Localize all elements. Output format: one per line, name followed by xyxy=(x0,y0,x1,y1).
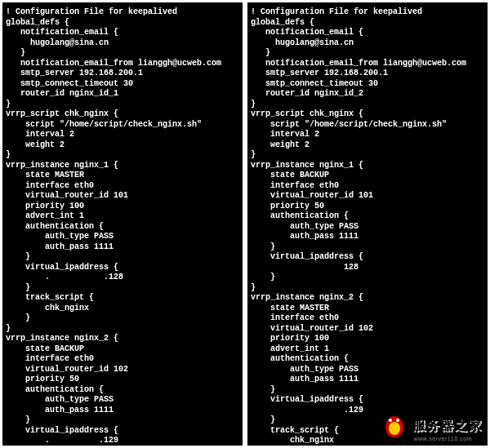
config-line: } xyxy=(6,100,239,110)
config-line: } xyxy=(6,415,239,426)
config-line: priority 50 xyxy=(6,375,239,385)
config-line: auth_pass 1111 xyxy=(6,242,239,253)
config-line: advert_int 1 xyxy=(251,344,484,355)
config-line: virtual_ipaddress { xyxy=(251,395,484,406)
config-line: virtual_router_id 102 xyxy=(251,324,484,335)
config-line: global_defs { xyxy=(6,18,239,29)
config-line: virtual_router_id 101 xyxy=(251,191,484,202)
config-line: router_id nginx_id_1 xyxy=(6,89,239,100)
config-line: } xyxy=(251,273,484,283)
config-line: notification_email_from lianggh@ucweb.co… xyxy=(6,59,239,69)
config-line: advert_int 1 xyxy=(6,211,239,222)
config-line: } xyxy=(6,48,239,59)
config-line: smtp_server 192.168.200.1 xyxy=(6,69,239,79)
config-line: auth_pass 1111 xyxy=(6,406,239,416)
config-line: notification_email { xyxy=(6,28,239,38)
config-line: ! Configuration File for keepalived xyxy=(251,7,484,18)
config-line: priority 100 xyxy=(251,334,484,344)
config-line: weight 2 xyxy=(251,140,484,151)
config-line: authentication { xyxy=(251,211,484,222)
watermark-url: www.server110.com xyxy=(413,436,472,441)
config-line: } xyxy=(6,283,239,294)
config-line: track_script { xyxy=(6,293,239,304)
config-line: virtual_ipaddress { xyxy=(6,426,239,437)
terminal-left: ! Configuration File for keepalivedgloba… xyxy=(2,2,243,446)
config-line: hugolang@sina.cn xyxy=(6,38,239,49)
config-line: priority 50 xyxy=(251,202,484,212)
config-line: state MASTER xyxy=(251,304,484,314)
config-line: state MASTER xyxy=(6,171,239,181)
penguin-logo-icon xyxy=(380,410,409,440)
config-line: interface eth0 xyxy=(6,181,239,192)
config-line: 128 xyxy=(251,263,484,273)
config-line: router_id nginx_id_2 xyxy=(251,89,484,100)
config-line: authentication { xyxy=(251,354,484,365)
config-line: vrrp_script chk_nginx { xyxy=(6,109,239,120)
config-line: hugolang@sina.cn xyxy=(251,38,484,49)
config-line: } xyxy=(6,324,239,335)
watermark-text: 服务器之家 xyxy=(412,418,482,432)
watermark: 服务器之家 www.server110.com xyxy=(380,410,482,440)
config-line: vrrp_instance nginx_2 { xyxy=(6,334,239,344)
config-line: smtp_server 192.168.200.1 xyxy=(251,69,484,79)
config-line: virtual_router_id 102 xyxy=(6,365,239,375)
config-line: smtp_connect_timeout 30 xyxy=(6,79,239,90)
config-line: priority 100 xyxy=(6,202,239,212)
config-line: } xyxy=(251,150,484,161)
config-line: auth_type PASS xyxy=(6,232,239,242)
config-line: notification_email { xyxy=(251,28,484,38)
config-line: authentication { xyxy=(6,222,239,233)
config-line: } xyxy=(251,283,484,294)
config-line: interval 2 xyxy=(251,130,484,140)
config-line: state BACKUP xyxy=(251,171,484,181)
config-line: virtual_router_id 101 xyxy=(6,191,239,202)
config-line: } xyxy=(251,242,484,253)
config-line: authentication { xyxy=(6,385,239,396)
config-line: . .128 xyxy=(6,273,239,283)
config-line: } xyxy=(251,385,484,396)
config-line: vrrp_instance nginx_1 { xyxy=(6,161,239,171)
config-line: script "/home/script/check_nginx.sh" xyxy=(6,120,239,131)
config-line: vrrp_instance nginx_2 { xyxy=(251,293,484,304)
config-line: } xyxy=(6,252,239,263)
config-line: virtual_ipaddress { xyxy=(6,263,239,273)
config-line: auth_type PASS xyxy=(6,395,239,406)
config-line: global_defs { xyxy=(251,18,484,29)
config-line: } xyxy=(6,313,239,324)
config-line: interface eth0 xyxy=(6,354,239,365)
config-line: smtp_connect_timeout 30 xyxy=(251,79,484,90)
config-line: virtual_ipaddress { xyxy=(251,252,484,263)
config-line: vrrp_instance nginx_1 { xyxy=(251,161,484,171)
terminal-right: ! Configuration File for keepalivedgloba… xyxy=(247,2,488,446)
config-line: auth_pass 1111 xyxy=(251,375,484,385)
config-line: notification_email_from lianggh@ucweb.co… xyxy=(251,59,484,69)
config-line: weight 2 xyxy=(6,140,239,151)
config-line: interface eth0 xyxy=(251,313,484,324)
config-line: interface eth0 xyxy=(251,181,484,192)
config-line: ! Configuration File for keepalived xyxy=(6,7,239,18)
config-line: auth_type PASS xyxy=(251,365,484,375)
config-line: } xyxy=(251,100,484,110)
config-line: auth_type PASS xyxy=(251,222,484,233)
config-line: state BACKUP xyxy=(6,344,239,355)
config-line: chk_nginx xyxy=(6,304,239,314)
config-line: interval 2 xyxy=(6,130,239,140)
config-line: auth_pass 1111 xyxy=(251,232,484,242)
config-line: script "/home/script/check_nginx.sh" xyxy=(251,120,484,131)
config-line: . .129 xyxy=(6,436,239,446)
config-line: } xyxy=(251,48,484,59)
config-line: vrrp_script chk_nginx { xyxy=(251,109,484,120)
config-line: } xyxy=(6,150,239,161)
